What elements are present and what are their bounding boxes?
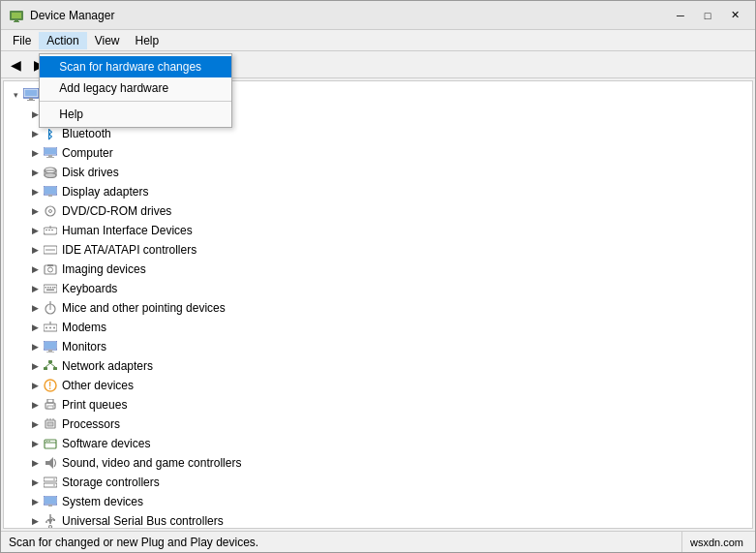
- svg-rect-44: [44, 285, 57, 292]
- storage-expand[interactable]: ▶: [27, 475, 43, 490]
- hid-expand[interactable]: ▶: [27, 223, 43, 238]
- device-tree-panel[interactable]: ▾ DESKTOP-PC ▶ Batteries: [3, 80, 753, 529]
- modems-expand[interactable]: ▶: [27, 320, 43, 335]
- tree-item-modems[interactable]: ▶ Modems: [4, 318, 752, 337]
- svg-rect-15: [25, 90, 38, 97]
- system-expand[interactable]: ▶: [27, 494, 43, 509]
- tree-item-monitors[interactable]: ▶ Monitors: [4, 337, 752, 356]
- svg-point-42: [48, 267, 53, 272]
- tree-item-hid[interactable]: ▶ Human Interface Devices: [4, 221, 752, 240]
- tree-item-dvd[interactable]: ▶ DVD/CD-ROM drives: [4, 201, 752, 221]
- monitors-label: Monitors: [62, 340, 106, 353]
- menu-help[interactable]: Help: [40, 104, 231, 125]
- tree-item-processors[interactable]: ▶ Processors: [4, 415, 752, 434]
- imaging-expand[interactable]: ▶: [27, 261, 43, 277]
- svg-rect-64: [44, 367, 47, 370]
- monitors-expand[interactable]: ▶: [27, 339, 43, 354]
- tree-item-imaging[interactable]: ▶ Imaging devices: [4, 260, 752, 279]
- software-expand[interactable]: ▶: [27, 436, 43, 451]
- window-icon: [9, 8, 24, 23]
- svg-point-58: [53, 327, 55, 329]
- status-right: wsxdn.com: [682, 537, 751, 548]
- menu-action[interactable]: Action: [39, 32, 86, 49]
- menu-view[interactable]: View: [87, 30, 128, 50]
- window-controls: ─ □ ✕: [668, 6, 747, 25]
- menu-scan-hardware[interactable]: Scan for hardware changes: [40, 56, 231, 77]
- ide-label: IDE ATA/ATAPI controllers: [62, 243, 197, 257]
- display-expand[interactable]: ▶: [27, 184, 43, 200]
- network-icon: [43, 358, 58, 374]
- svg-point-82: [48, 441, 49, 442]
- svg-rect-89: [45, 497, 56, 504]
- mice-icon: [43, 300, 58, 316]
- maximize-button[interactable]: □: [695, 6, 720, 25]
- tree-item-network[interactable]: ▶ Network adapters: [4, 356, 752, 376]
- mice-expand[interactable]: ▶: [27, 300, 43, 316]
- modems-icon: [43, 320, 58, 335]
- tree-item-usb[interactable]: ▶ Universal Serial Bus controllers: [4, 511, 752, 529]
- hid-icon: [43, 223, 58, 238]
- tree-item-software[interactable]: ▶ Software devices: [4, 434, 752, 453]
- imaging-label: Imaging devices: [62, 262, 146, 276]
- svg-text:!: !: [48, 381, 51, 391]
- usb-label: Universal Serial Bus controllers: [62, 514, 224, 528]
- root-expand-icon[interactable]: ▾: [8, 87, 23, 103]
- close-button[interactable]: ✕: [722, 6, 747, 25]
- svg-rect-62: [46, 352, 54, 353]
- svg-point-87: [53, 484, 55, 486]
- tree-item-ide[interactable]: ▶ IDE ATA/ATAPI controllers: [4, 240, 752, 260]
- tree-item-mice[interactable]: ▶ Mice and other pointing devices: [4, 298, 752, 318]
- toolbar-back[interactable]: ◀: [5, 54, 26, 76]
- svg-text:ᛒ: ᛒ: [46, 128, 53, 140]
- menu-file[interactable]: File: [5, 30, 39, 50]
- processors-expand[interactable]: ▶: [27, 416, 43, 432]
- tree-item-storage[interactable]: ▶ Storage controllers: [4, 473, 752, 492]
- keyboards-icon: [43, 281, 58, 296]
- print-expand[interactable]: ▶: [27, 397, 43, 413]
- display-label: Display adapters: [62, 185, 148, 199]
- menu-bar: File Action Scan for hardware changes Ad…: [1, 30, 755, 51]
- ide-expand[interactable]: ▶: [27, 242, 43, 258]
- svg-line-66: [45, 363, 50, 367]
- computer-expand[interactable]: ▶: [27, 145, 43, 161]
- svg-rect-43: [47, 264, 53, 266]
- svg-rect-47: [50, 287, 52, 289]
- tree-item-keyboards[interactable]: ▶ Keyboards: [4, 279, 752, 298]
- svg-line-67: [50, 363, 55, 367]
- action-menu-container: Action Scan for hardware changes Add leg…: [39, 32, 86, 49]
- svg-rect-45: [45, 287, 47, 289]
- disk-expand[interactable]: ▶: [27, 165, 43, 180]
- dvd-label: DVD/CD-ROM drives: [62, 204, 171, 218]
- network-expand[interactable]: ▶: [27, 358, 43, 374]
- tree-item-computer[interactable]: ▶ Computer: [4, 143, 752, 163]
- minimize-button[interactable]: ─: [668, 6, 693, 25]
- other-expand[interactable]: ▶: [27, 378, 43, 393]
- tree-item-system[interactable]: ▶ System devices: [4, 492, 752, 511]
- svg-point-33: [49, 210, 52, 213]
- svg-rect-16: [29, 98, 33, 100]
- dvd-icon: [43, 203, 58, 219]
- tree-item-sound[interactable]: ▶ Sound, video and game controllers: [4, 453, 752, 473]
- svg-point-86: [53, 478, 55, 480]
- tree-item-disk[interactable]: ▶ Disk drives: [4, 163, 752, 182]
- status-text: Scan for changed or new Plug and Play de…: [5, 532, 682, 552]
- bluetooth-expand[interactable]: ▶: [27, 126, 43, 141]
- disk-label: Disk drives: [62, 166, 119, 179]
- menu-help[interactable]: Help: [128, 30, 167, 50]
- keyboards-expand[interactable]: ▶: [27, 281, 43, 296]
- storage-icon: [43, 475, 58, 490]
- sound-expand[interactable]: ▶: [27, 455, 43, 471]
- tree-item-display[interactable]: ▶ Display adapters: [4, 182, 752, 201]
- svg-rect-85: [44, 483, 57, 487]
- usb-expand[interactable]: ▶: [27, 513, 43, 529]
- tree-item-print[interactable]: ▶ Print queues: [4, 395, 752, 415]
- svg-rect-1: [12, 13, 21, 18]
- svg-rect-65: [53, 367, 57, 370]
- menu-add-legacy[interactable]: Add legacy hardware: [40, 77, 231, 99]
- svg-point-97: [49, 526, 52, 529]
- svg-rect-3: [14, 21, 19, 22]
- tree-item-other[interactable]: ▶ ! Other devices: [4, 376, 752, 395]
- svg-rect-30: [45, 187, 56, 194]
- svg-rect-84: [44, 477, 57, 481]
- dvd-expand[interactable]: ▶: [27, 203, 43, 219]
